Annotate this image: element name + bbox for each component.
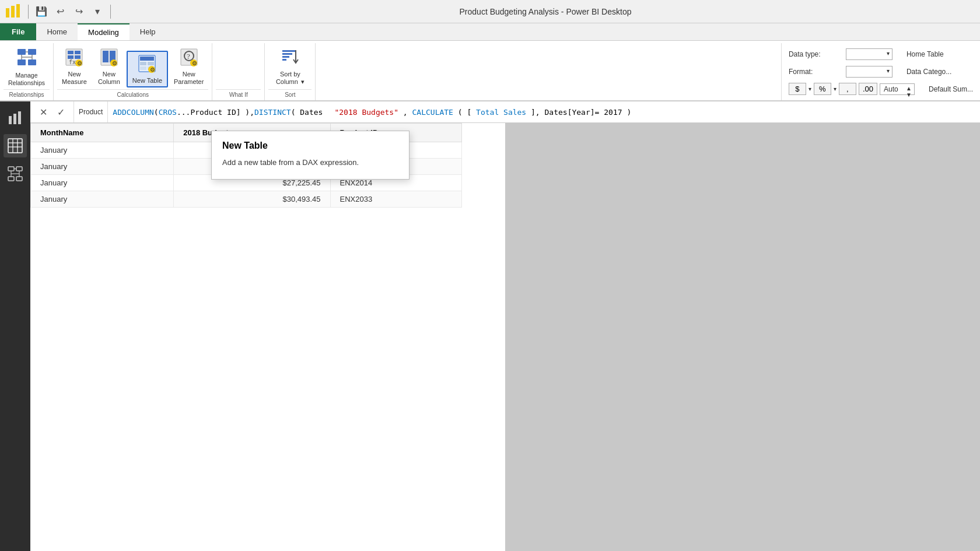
tooltip-title: New Table (222, 141, 398, 151)
sidebar-icon-relationships[interactable] (4, 162, 27, 185)
svg-rect-40 (282, 59, 286, 61)
cell-month-2: January (31, 159, 174, 175)
svg-rect-3 (18, 49, 26, 55)
tooltip-description: Add a new table from a DAX expression. (222, 157, 398, 169)
svg-rect-1 (11, 6, 15, 17)
svg-rect-27 (148, 62, 154, 65)
manage-relationships-label: ManageRelationships (8, 72, 45, 86)
sort-by-column-label: Sort byColumn ▾ (276, 71, 304, 87)
currency-dropdown-arrow[interactable]: ▾ (808, 86, 811, 92)
svg-rect-13 (75, 51, 80, 54)
auto-dropdown[interactable]: Auto ▲▼ (880, 83, 915, 95)
dax-comma: , (403, 108, 412, 117)
svg-text:⚙: ⚙ (112, 60, 117, 66)
svg-rect-12 (68, 51, 74, 54)
svg-rect-52 (8, 177, 14, 181)
ribbon: ManageRelationships Relationships fx (0, 41, 980, 101)
svg-rect-0 (6, 8, 9, 17)
relationships-buttons: ManageRelationships (4, 44, 50, 87)
dax-budgets-string: "2018 Budgets" (334, 108, 398, 117)
sidebar-icon-barchart[interactable] (4, 106, 27, 129)
save-icon[interactable]: 💾 (33, 3, 50, 20)
svg-rect-26 (140, 62, 146, 65)
home-table-label: Home Table (907, 50, 959, 58)
svg-rect-6 (28, 59, 36, 65)
new-column-icon: ⚙ (100, 48, 118, 69)
undo-icon[interactable]: ↩ (52, 3, 68, 20)
data-type-dropdown[interactable]: ▾ (846, 48, 892, 60)
new-table-button[interactable]: ⚙ New Table (127, 51, 168, 87)
new-parameter-label: NewParameter (174, 71, 204, 87)
relationships-group-label: Relationships (4, 89, 50, 100)
new-measure-icon: fx ⚙ (65, 48, 83, 69)
svg-rect-5 (18, 59, 26, 65)
dax-distinct: DISTINCT (254, 108, 291, 117)
new-table-tooltip: New Table Add a new table from a DAX exp… (211, 131, 410, 180)
new-table-label: New Table (132, 77, 162, 85)
menu-home[interactable]: Home (36, 23, 78, 40)
menu-help[interactable]: Help (130, 23, 166, 40)
manage-relationships-button[interactable]: ManageRelationships (4, 44, 50, 87)
svg-rect-51 (16, 167, 22, 171)
gray-panel (505, 123, 980, 551)
formula-controls: ✕ ✓ (30, 101, 74, 122)
svg-rect-44 (18, 111, 21, 124)
calculations-buttons: fx ⚙ NewMeasure ⚙ (57, 44, 208, 87)
percent-dropdown-arrow[interactable]: ▾ (834, 86, 836, 92)
svg-rect-45 (8, 139, 22, 153)
dax-paren1: ( (154, 108, 159, 117)
svg-rect-42 (9, 116, 12, 124)
svg-rect-20 (103, 51, 108, 62)
format-value (850, 68, 852, 76)
svg-rect-38 (282, 53, 292, 55)
menu-bar: File Home Modeling Help (0, 23, 980, 41)
dax-total-sales: Total Sales (476, 108, 526, 117)
format-dropdown[interactable]: ▾ (846, 66, 892, 78)
svg-rect-53 (16, 177, 22, 181)
new-measure-label: NewMeasure (62, 71, 87, 87)
title-divider2 (110, 5, 111, 19)
cell-month-4: January (31, 191, 174, 208)
svg-rect-43 (13, 114, 16, 124)
formula-cancel-button[interactable]: ✕ (35, 104, 51, 120)
sort-by-column-icon (281, 48, 299, 69)
menu-modeling[interactable]: Modeling (78, 23, 130, 40)
svg-text:⚙: ⚙ (150, 66, 155, 73)
percent-button[interactable]: % (814, 83, 831, 95)
sort-group-label: Sort (268, 89, 312, 100)
currency-button[interactable]: $ (789, 83, 806, 95)
svg-rect-50 (8, 167, 14, 171)
redo-icon[interactable]: ↪ (71, 3, 87, 20)
default-sum-label: Default Sum... (929, 85, 973, 93)
decimal-button[interactable]: .00 (859, 83, 877, 95)
ribbon-group-sort: Sort byColumn ▾ Sort (265, 43, 316, 100)
svg-rect-28 (140, 66, 146, 70)
menu-file[interactable]: File (0, 23, 36, 40)
ribbon-group-whatif: What If (212, 43, 265, 100)
data-type-label: Data type: (789, 50, 841, 58)
dax-line2: "2018 Budgets" , CALCULATE ( [ Total Sal… (334, 108, 631, 117)
ribbon-datatype-row: Data type: ▾ Home Table (789, 48, 973, 60)
sidebar-icon-table[interactable] (4, 134, 27, 157)
new-parameter-button[interactable]: ? ⚙ NewParameter (169, 45, 208, 88)
cell-product-4: ENX2033 (330, 191, 461, 208)
svg-rect-39 (282, 56, 289, 58)
sidebar (0, 101, 30, 551)
svg-rect-37 (282, 50, 295, 52)
ribbon-group-calculations: fx ⚙ NewMeasure ⚙ (54, 43, 212, 100)
new-measure-button[interactable]: fx ⚙ NewMeasure (57, 45, 92, 88)
col-header-monthname: MonthName (31, 124, 174, 142)
dax-year: ], Dates[Year]= 2017 ) (531, 108, 631, 117)
sort-by-column-button[interactable]: Sort byColumn ▾ (268, 45, 312, 88)
dax-dates: ( Dates (291, 108, 323, 117)
formula-content[interactable]: ADDCOLUMN ( CROS ... Product ID] ), DIST… (108, 101, 980, 122)
quick-access-dropdown[interactable]: ▾ (89, 3, 106, 20)
calculations-group-label: Calculations (57, 89, 208, 100)
comma-button[interactable]: , (839, 83, 856, 95)
app-logo (5, 3, 21, 20)
formula-confirm-button[interactable]: ✓ (52, 104, 69, 120)
new-column-button[interactable]: ⚙ NewColumn (93, 45, 125, 88)
dax-addcolumn: ADDCOLUMN (113, 108, 153, 117)
svg-text:fx: fx (69, 59, 76, 65)
dax-cross: CROS (159, 108, 177, 117)
